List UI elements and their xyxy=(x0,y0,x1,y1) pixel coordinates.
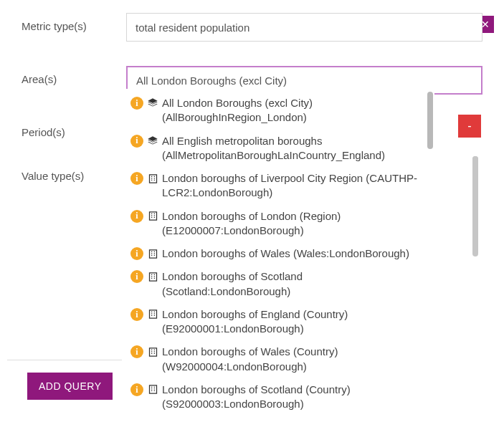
dropdown-item[interactable]: iLondon boroughs of Wales (Wales:LondonB… xyxy=(129,242,423,265)
info-icon: i xyxy=(130,383,143,396)
dropdown-item[interactable]: iLondon boroughs of Scotland (Scotland:L… xyxy=(129,265,423,303)
dropdown-item-label: London boroughs of Wales (Wales:LondonBo… xyxy=(162,246,423,261)
svg-rect-28 xyxy=(149,310,156,318)
layers-icon xyxy=(146,135,159,148)
dropdown-item-label: London boroughs of Scotland (Country) (S… xyxy=(162,383,423,412)
dropdown-scrollbar[interactable] xyxy=(427,92,433,421)
svg-rect-21 xyxy=(149,273,156,281)
info-icon: i xyxy=(130,97,143,110)
dropdown-item-label: London boroughs of England (Country) (E9… xyxy=(162,307,423,337)
dropdown-item[interactable]: iLondon boroughs of Scotland (Country) (… xyxy=(129,378,423,416)
svg-rect-42 xyxy=(149,385,156,393)
info-icon: i xyxy=(130,135,143,148)
building-icon xyxy=(146,270,159,283)
building-icon xyxy=(146,383,159,396)
building-icon xyxy=(146,345,159,358)
dropdown-item-label: London boroughs of London (Region) (E120… xyxy=(162,209,423,239)
info-icon: i xyxy=(130,172,143,185)
dropdown-item-label: All London Boroughs (excl City) (AllBoro… xyxy=(162,96,423,125)
dropdown-item[interactable]: iAll London Boroughs (excl City) (AllBor… xyxy=(129,92,423,130)
panel-scrollbar[interactable] xyxy=(472,156,478,256)
info-icon: i xyxy=(130,308,143,321)
add-query-button[interactable]: ADD QUERY xyxy=(27,373,113,400)
dropdown-item[interactable]: iLondon boroughs of Liverpool City Regio… xyxy=(129,167,423,205)
building-icon xyxy=(146,172,159,185)
period-label: Period(s) xyxy=(22,119,126,138)
panel-scrollbar-thumb[interactable] xyxy=(472,156,478,249)
dropdown-scrollbar-thumb[interactable] xyxy=(427,92,433,149)
building-icon xyxy=(146,247,159,260)
svg-rect-14 xyxy=(149,249,156,257)
area-dropdown: iAll London Boroughs (excl City) (AllBor… xyxy=(126,89,434,427)
building-icon xyxy=(146,210,159,223)
metric-label: Metric type(s) xyxy=(22,13,126,32)
info-icon: i xyxy=(130,210,143,223)
dropdown-item-label: London boroughs of Wales (Country) (W920… xyxy=(162,345,423,374)
building-icon xyxy=(146,308,159,321)
svg-rect-35 xyxy=(149,348,156,356)
info-icon: i xyxy=(130,345,143,358)
dropdown-item-label: All English metropolitan boroughs (AllMe… xyxy=(162,134,423,163)
metric-row: Metric type(s) xyxy=(22,13,482,42)
area-label: Area(s) xyxy=(22,66,126,85)
dropdown-item-label: London boroughs of Scotland (Scotland:Lo… xyxy=(162,269,423,299)
dropdown-item[interactable]: iLondon boroughs of England (Country) (E… xyxy=(129,303,423,341)
dropdown-item-label: London boroughs of Liverpool City Region… xyxy=(162,171,423,201)
svg-rect-7 xyxy=(149,212,156,220)
value-label: Value type(s) xyxy=(22,163,126,182)
info-icon: i xyxy=(130,247,143,260)
minus-icon: - xyxy=(467,120,471,133)
info-icon: i xyxy=(130,270,143,283)
remove-button[interactable]: - xyxy=(458,115,481,138)
divider xyxy=(7,360,122,360)
svg-rect-0 xyxy=(149,174,156,182)
dropdown-item[interactable]: iAll English metropolitan boroughs (AllM… xyxy=(129,130,423,168)
layers-icon xyxy=(146,97,159,110)
dropdown-item[interactable]: iLondon boroughs of Wales (Country) (W92… xyxy=(129,340,423,378)
dropdown-item[interactable]: iLondon boroughs of London (Region) (E12… xyxy=(129,205,423,243)
metric-input[interactable] xyxy=(126,13,482,42)
